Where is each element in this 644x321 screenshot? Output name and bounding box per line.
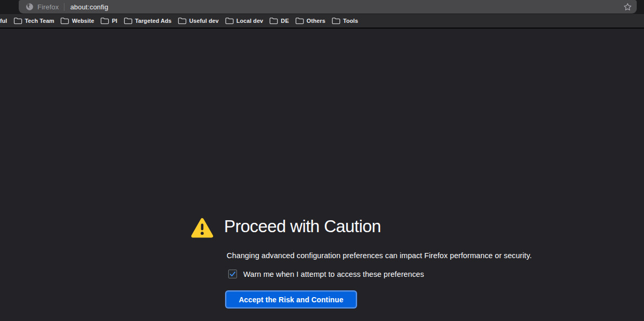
bookmark-label: Tech Team — [25, 18, 55, 24]
bookmark-label: Local dev — [236, 18, 264, 24]
bookmark-item-website[interactable]: Website — [60, 17, 94, 24]
bookmark-label: PI — [112, 18, 117, 24]
url-input[interactable]: about:config — [70, 3, 623, 11]
bookmark-label: Targeted Ads — [135, 18, 172, 24]
folder-icon — [100, 17, 109, 24]
bookmark-item-pi[interactable]: PI — [100, 17, 117, 24]
bookmark-label: Tools — [343, 18, 358, 24]
url-bar[interactable]: Firefox about:config — [19, 0, 637, 14]
about-config-warning-page: Proceed with Caution Changing advanced c… — [0, 29, 644, 321]
browser-window: Firefox about:config ful Tech Team Websi… — [0, 0, 644, 321]
checkmark-icon — [229, 271, 236, 277]
bookmark-item-targeted-ads[interactable]: Targeted Ads — [124, 17, 172, 24]
folder-icon — [225, 17, 234, 24]
folder-icon — [295, 17, 304, 24]
folder-icon — [14, 17, 22, 24]
navigation-toolbar: Firefox about:config — [0, 0, 644, 14]
bookmark-item-tools[interactable]: Tools — [332, 17, 358, 24]
bookmark-item-tech-team[interactable]: Tech Team — [14, 17, 55, 24]
bookmark-item-local-dev[interactable]: Local dev — [225, 17, 264, 24]
urlbar-divider — [64, 3, 64, 11]
bookmark-label: Useful dev — [189, 18, 219, 24]
warning-triangle-icon — [190, 216, 214, 240]
page-title: Proceed with Caution — [224, 217, 381, 236]
folder-icon — [178, 17, 187, 24]
bookmark-item-de[interactable]: DE — [269, 17, 288, 24]
bookmark-label: Others — [307, 18, 325, 24]
bookmark-item-useful-dev[interactable]: Useful dev — [178, 17, 219, 24]
folder-icon — [332, 17, 340, 24]
warn-me-checkbox-label: Warn me when I attempt to access these p… — [243, 270, 424, 278]
accept-risk-button[interactable]: Accept the Risk and Continue — [226, 291, 356, 307]
firefox-icon — [25, 3, 34, 11]
bookmark-label: ful — [0, 18, 7, 24]
warn-me-checkbox-row[interactable]: Warn me when I attempt to access these p… — [228, 270, 424, 278]
bookmark-item-ful[interactable]: ful — [0, 18, 7, 24]
folder-icon — [269, 17, 278, 24]
folder-icon — [124, 17, 133, 24]
bookmarks-toolbar: ful Tech Team Website PI Targete — [0, 14, 644, 28]
folder-icon — [60, 17, 69, 24]
warning-description: Changing advanced configuration preferen… — [227, 251, 532, 260]
site-identity-label: Firefox — [37, 3, 59, 11]
bookmark-star-icon[interactable] — [623, 2, 633, 12]
bookmark-label: Website — [72, 18, 94, 24]
warn-me-checkbox[interactable] — [228, 270, 237, 278]
bookmark-item-others[interactable]: Others — [295, 17, 325, 24]
bookmark-label: DE — [281, 18, 288, 24]
